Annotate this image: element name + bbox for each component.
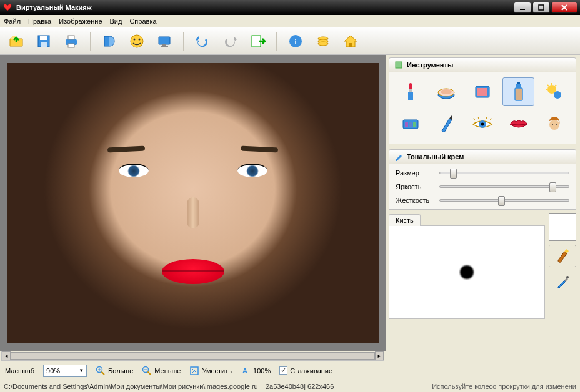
hundred-icon: A xyxy=(241,366,251,376)
close-button[interactable] xyxy=(551,2,578,13)
scroll-left-arrow[interactable]: ◄ xyxy=(2,351,11,360)
tools-panel-header: Инструменты xyxy=(389,57,576,72)
slider-size-row: Размер xyxy=(396,169,569,177)
magnify-minus-icon xyxy=(142,366,152,376)
app-icon xyxy=(2,2,12,12)
hardness-thumb[interactable] xyxy=(498,196,505,206)
redo-button[interactable] xyxy=(219,30,241,52)
screen-button[interactable] xyxy=(153,30,176,52)
open-button[interactable] xyxy=(5,30,28,52)
tool-hair[interactable] xyxy=(538,110,571,139)
hundred-button[interactable]: A 100% xyxy=(241,366,271,376)
horizontal-scrollbar[interactable]: ◄ ► xyxy=(1,351,384,361)
tool-lipstick[interactable] xyxy=(394,77,427,106)
tool-lips[interactable] xyxy=(502,110,535,139)
zoom-bar: Масштаб 90% Больше Меньше Уместить A 100… xyxy=(0,361,386,380)
tool-eyeshadow[interactable] xyxy=(394,110,427,139)
toolbar-separator xyxy=(183,32,184,51)
gallery-button[interactable] xyxy=(98,30,121,52)
minimize-button[interactable] xyxy=(514,2,531,13)
brightness-slider[interactable] xyxy=(439,185,569,188)
hardness-slider[interactable] xyxy=(439,199,569,202)
window-buttons xyxy=(514,2,578,13)
brush-tab[interactable]: Кисть xyxy=(389,214,421,226)
menu-edit[interactable]: Правка xyxy=(28,17,51,25)
status-bar: C:\Documents and Settings\Admin\Мои доку… xyxy=(0,380,580,392)
print-button[interactable] xyxy=(60,30,82,52)
hardness-label: Жёсткость xyxy=(396,197,434,204)
tool-tan[interactable] xyxy=(538,77,571,106)
tool-eyeliner[interactable] xyxy=(431,110,463,139)
slider-brightness-row: Яркость xyxy=(396,183,569,190)
undo-button[interactable] xyxy=(191,30,214,52)
size-thumb[interactable] xyxy=(450,169,457,179)
scale-value: 90% xyxy=(46,367,60,375)
canvas-area[interactable] xyxy=(0,55,386,351)
svg-rect-36 xyxy=(516,84,521,88)
photo-placeholder xyxy=(7,63,379,343)
home-button[interactable] xyxy=(339,30,362,52)
status-hint: Используйте колесо прокрутки для изменен… xyxy=(432,383,576,390)
svg-rect-0 xyxy=(520,9,525,10)
maximize-button[interactable] xyxy=(532,2,550,13)
svg-point-46 xyxy=(549,120,559,130)
export-button[interactable] xyxy=(246,30,269,52)
tool-blush[interactable] xyxy=(466,77,499,106)
scale-label: Масштаб xyxy=(5,367,34,375)
brush-button[interactable] xyxy=(549,245,576,267)
svg-text:A: A xyxy=(242,367,248,375)
svg-rect-42 xyxy=(409,122,412,127)
svg-rect-7 xyxy=(68,44,74,47)
right-panel: Инструменты Тональный крем Размер xyxy=(386,55,580,380)
title-bar: Виртуальный Макияж xyxy=(0,0,580,15)
tool-options-section: Тональный крем Размер Яркость Жёсткость xyxy=(389,149,576,210)
menu-view[interactable]: Вид xyxy=(110,17,122,25)
zoom-in-button[interactable]: Больше xyxy=(96,366,133,376)
scroll-thumb[interactable] xyxy=(11,352,375,360)
svg-rect-29 xyxy=(409,89,412,92)
svg-rect-12 xyxy=(162,44,166,46)
coins-button[interactable] xyxy=(312,30,334,52)
color-swatch[interactable] xyxy=(549,213,576,241)
sliders-panel: Размер Яркость Жёсткость xyxy=(389,164,576,210)
zoom-out-button[interactable]: Меньше xyxy=(142,366,181,376)
svg-point-19 xyxy=(318,42,328,46)
info-button[interactable]: i xyxy=(284,30,307,52)
svg-point-47 xyxy=(552,124,553,125)
svg-rect-35 xyxy=(515,88,522,100)
scale-select[interactable]: 90% xyxy=(43,365,87,377)
svg-rect-41 xyxy=(405,122,408,127)
svg-rect-37 xyxy=(518,82,520,84)
smoothing-checkbox[interactable]: ✓ Сглаживание xyxy=(279,366,332,375)
workspace: ◄ ► Масштаб 90% Больше Меньше Уместить A… xyxy=(0,55,580,380)
main-toolbar: i xyxy=(0,27,580,55)
size-slider[interactable] xyxy=(439,172,569,174)
scroll-right-arrow[interactable]: ► xyxy=(375,351,384,360)
slider-hardness-row: Жёсткость xyxy=(396,197,569,204)
toolbar-separator xyxy=(276,32,277,51)
brightness-thumb[interactable] xyxy=(549,182,556,192)
svg-rect-20 xyxy=(349,43,352,47)
face-button[interactable] xyxy=(126,30,148,52)
tool-eyecolor[interactable] xyxy=(466,110,499,139)
save-button[interactable] xyxy=(32,30,55,52)
menu-help[interactable]: Справка xyxy=(129,17,156,25)
svg-rect-34 xyxy=(478,88,488,96)
svg-rect-6 xyxy=(68,36,74,39)
zoom-out-label: Меньше xyxy=(154,367,181,375)
tools-title: Инструменты xyxy=(407,61,453,69)
fit-button[interactable]: Уместить xyxy=(189,366,232,376)
image-canvas[interactable] xyxy=(7,63,379,343)
tool-powder[interactable] xyxy=(431,77,463,106)
svg-rect-11 xyxy=(159,37,170,44)
menu-file[interactable]: Файл xyxy=(4,17,21,25)
svg-rect-4 xyxy=(41,42,47,47)
svg-point-48 xyxy=(556,124,557,125)
tools-icon xyxy=(394,61,403,69)
canvas-panel: ◄ ► Масштаб 90% Больше Меньше Уместить A… xyxy=(0,55,386,380)
eyedropper-button[interactable] xyxy=(549,271,576,293)
tool-foundation[interactable] xyxy=(502,77,535,106)
pencil-icon xyxy=(394,152,403,161)
menu-image[interactable]: Изображение xyxy=(59,17,102,25)
smoothing-label: Сглаживание xyxy=(290,367,332,375)
